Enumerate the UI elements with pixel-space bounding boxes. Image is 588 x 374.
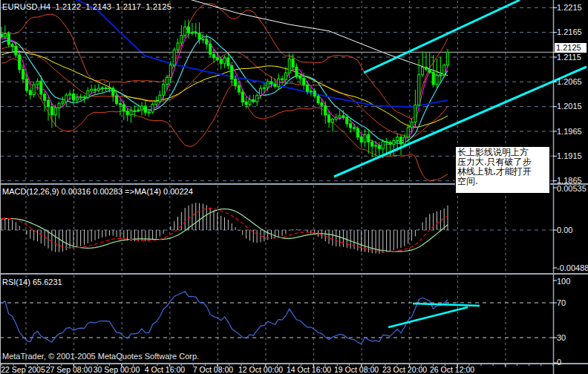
- rsi-axis-label: 30: [557, 333, 566, 343]
- macd-axis-label: 0.00535: [557, 184, 587, 194]
- time-axis-label: 14 Oct 16:00: [287, 365, 331, 374]
- metatrader-chart-window: EURUSD,H41.21221.21431.21171.2125 1.2215…: [0, 0, 588, 374]
- time-axis-label: 22 Sep 2005: [1, 365, 45, 374]
- price-axis-label: 1.1915: [557, 151, 582, 161]
- time-axis-label: 27 Sep 08:00: [46, 365, 92, 374]
- rsi-axis-label: 70: [557, 298, 566, 308]
- time-axis-label: 30 Sep 00:00: [94, 365, 140, 374]
- price-axis-label: 1.2215: [557, 3, 582, 13]
- rsi-indicator-label: RSI(14) 65.6231: [2, 278, 62, 286]
- time-axis-label: 12 Oct 00:00: [238, 365, 283, 374]
- price-axis-label: 1.2065: [557, 77, 582, 87]
- current-price-badge: 1.2125: [555, 43, 587, 53]
- chart-text-annotation[interactable]: 长上影线说明上方 压力大.只有破了步 林线上轨,才能打开 空间.: [455, 146, 550, 194]
- rsi-axis-label: 0: [557, 358, 561, 367]
- time-axis-label: 26 Oct 12:00: [430, 365, 474, 374]
- copyright-text: MetaTrader, © 2001-2005 MetaQuotes Softw…: [2, 352, 199, 361]
- time-axis-label: 19 Oct 08:00: [334, 365, 379, 374]
- macd-indicator-label: MACD(12,26,9) 0.00316 0.00283 =>MA(14) 0…: [2, 187, 193, 196]
- time-axis-label: 7 Oct 08:00: [193, 365, 233, 374]
- quote-open: 1.2122: [55, 2, 81, 11]
- time-axis-label: 23 Oct 20:00: [382, 365, 427, 374]
- chart-title: EURUSD,H41.21221.21431.21171.2125: [2, 2, 176, 11]
- price-axis-label: 1.2165: [557, 27, 582, 37]
- price-axis-label: 1.2015: [557, 102, 582, 111]
- quote-high: 1.2143: [85, 2, 111, 11]
- time-axis-label: 4 Oct 16:00: [145, 365, 185, 374]
- rsi-axis-label: 100: [557, 277, 570, 286]
- symbol-period-label: EURUSD,H4: [2, 2, 50, 11]
- macd-axis-label: 0.00: [557, 226, 572, 235]
- annotation-line: 空间.: [457, 177, 548, 186]
- price-axis-label: 1.2115: [557, 53, 581, 62]
- price-axis-label: 1.1965: [557, 127, 582, 137]
- macd-axis-label: -0.00488: [557, 263, 588, 273]
- quote-low: 1.2117: [116, 2, 141, 11]
- quote-close: 1.2125: [146, 2, 172, 11]
